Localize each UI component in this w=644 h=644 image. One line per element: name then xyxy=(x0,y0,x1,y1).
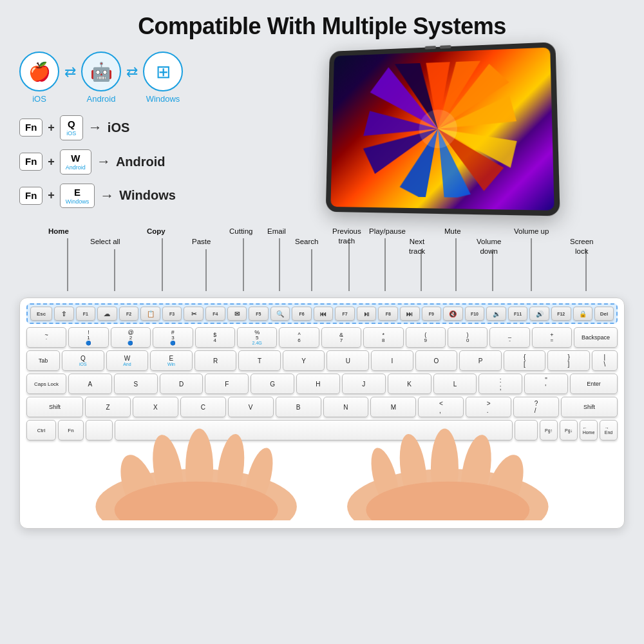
left-panel: 🍎 iOS ⇄ 🤖 Android ⇄ ⊞ Windows Fn + QiOS xyxy=(19,52,251,217)
esc-key[interactable]: Esc xyxy=(30,307,52,321)
select-fn-key[interactable]: ☁ xyxy=(97,307,117,321)
q-key-kb[interactable]: QiOS xyxy=(62,350,104,371)
9-key[interactable]: (9 xyxy=(406,327,446,348)
rbracket-key[interactable]: }] xyxy=(547,350,590,371)
next-fn-key[interactable]: ⏭ xyxy=(400,307,420,321)
backspace-key[interactable]: Backspace xyxy=(574,327,618,348)
windows-result: Windows xyxy=(119,188,176,203)
b-key-kb[interactable]: B xyxy=(276,397,321,417)
android-icon-item: 🤖 Android xyxy=(81,52,121,104)
equals-key[interactable]: += xyxy=(532,327,572,348)
5-key[interactable]: %52.4G xyxy=(237,327,277,348)
f5-key[interactable]: F5 xyxy=(249,307,269,321)
lbracket-key[interactable]: {[ xyxy=(504,350,546,371)
labels-area: Home Select all Copy Paste Cutting Email… xyxy=(19,227,625,298)
prev-fn-key[interactable]: ⏮ xyxy=(314,307,334,321)
comma-key[interactable]: <, xyxy=(418,397,464,417)
k-key-kb[interactable]: K xyxy=(388,374,431,394)
p-key-kb[interactable]: P xyxy=(459,350,502,371)
tab-key[interactable]: Tab xyxy=(26,350,60,371)
f8-key[interactable]: F8 xyxy=(378,307,398,321)
semicolon-key[interactable]: :; xyxy=(478,374,522,394)
home-fn-key[interactable]: ⇧ xyxy=(54,307,74,321)
6-key[interactable]: ^6 xyxy=(279,327,319,348)
arrow-ios-result: → xyxy=(88,119,102,136)
3-key[interactable]: #3🔵 xyxy=(153,327,193,348)
f4-key[interactable]: F4 xyxy=(205,307,225,321)
tablet-screen xyxy=(330,48,554,211)
4-key[interactable]: $4 xyxy=(195,327,235,348)
search-fn-key[interactable]: 🔍 xyxy=(270,307,290,321)
os-icons-row: 🍎 iOS ⇄ 🤖 Android ⇄ ⊞ Windows xyxy=(19,52,183,104)
arrow-windows-result: → xyxy=(100,187,114,204)
a-key-kb[interactable]: A xyxy=(68,374,112,394)
slash-key[interactable]: ?/ xyxy=(513,397,559,417)
h-key-kb[interactable]: H xyxy=(296,374,340,394)
tablet-mockup xyxy=(326,42,560,216)
v-key-kb[interactable]: V xyxy=(228,397,274,417)
f6-key[interactable]: F6 xyxy=(292,307,312,321)
d-key-kb[interactable]: D xyxy=(160,374,204,394)
label-paste: Paste xyxy=(192,237,211,247)
copy-fn-key[interactable]: 📋 xyxy=(140,307,160,321)
y-key-kb[interactable]: Y xyxy=(283,350,325,371)
c-key-kb[interactable]: C xyxy=(180,397,226,417)
shift-left-key[interactable]: Shift xyxy=(26,397,83,417)
enter-key[interactable]: Enter xyxy=(570,374,618,394)
f9-key[interactable]: F9 xyxy=(422,307,442,321)
plus-windows: + xyxy=(48,189,55,202)
u-key-kb[interactable]: U xyxy=(327,350,369,371)
e-key-kb[interactable]: EWin xyxy=(150,350,193,371)
f3-key[interactable]: F3 xyxy=(162,307,182,321)
g-key-kb[interactable]: G xyxy=(251,374,294,394)
top-section: 🍎 iOS ⇄ 🤖 Android ⇄ ⊞ Windows Fn + QiOS xyxy=(19,52,625,217)
lock-fn-key[interactable]: 🔒 xyxy=(573,307,593,321)
8-key[interactable]: *8 xyxy=(363,327,403,348)
o-key-kb[interactable]: O xyxy=(415,350,458,371)
play-fn-key[interactable]: ⏯ xyxy=(357,307,377,321)
f1-key[interactable]: F1 xyxy=(76,307,96,321)
x-key-kb[interactable]: X xyxy=(133,397,178,417)
i-key-kb[interactable]: I xyxy=(371,350,413,371)
tablet-area xyxy=(251,45,625,213)
backtick-key[interactable]: ~` xyxy=(26,327,66,348)
vold-fn-key[interactable]: 🔉 xyxy=(486,307,506,321)
f11-key[interactable]: F11 xyxy=(508,307,528,321)
shift-right-key[interactable]: Shift xyxy=(561,397,618,417)
email-fn-key[interactable]: ✉ xyxy=(227,307,247,321)
del-key[interactable]: Del xyxy=(594,307,614,321)
t-key-kb[interactable]: T xyxy=(238,350,281,371)
f2-key[interactable]: F2 xyxy=(119,307,139,321)
volu-fn-key[interactable]: 🔊 xyxy=(529,307,549,321)
page-wrapper: Compatible With Multiple Systems 🍎 iOS ⇄… xyxy=(0,0,644,644)
period-key[interactable]: >. xyxy=(466,397,511,417)
backslash-key[interactable]: |\ xyxy=(592,350,618,371)
quote-key[interactable]: "' xyxy=(524,374,568,394)
keyboard-section: Home Select all Copy Paste Cutting Email… xyxy=(19,227,625,529)
w-key-kb[interactable]: WAnd xyxy=(106,350,149,371)
7-key[interactable]: &7 xyxy=(321,327,361,348)
mute-fn-key[interactable]: 🔇 xyxy=(443,307,463,321)
1-key[interactable]: !1🔵 xyxy=(68,327,108,348)
capslock-key[interactable]: Caps Lock xyxy=(26,374,66,394)
s-key-kb[interactable]: S xyxy=(114,374,158,394)
l-key-kb[interactable]: L xyxy=(433,374,477,394)
n-key-kb[interactable]: N xyxy=(323,397,369,417)
2-key[interactable]: @2🔵 xyxy=(111,327,151,348)
f-key-kb[interactable]: F xyxy=(205,374,249,394)
label-play-pause: Play/pause xyxy=(369,227,406,236)
j-key-kb[interactable]: J xyxy=(342,374,386,394)
f10-key[interactable]: F10 xyxy=(465,307,485,321)
m-key-kb[interactable]: M xyxy=(370,397,416,417)
r-key-kb[interactable]: R xyxy=(194,350,237,371)
f12-key[interactable]: F12 xyxy=(551,307,571,321)
f7-key[interactable]: F7 xyxy=(335,307,355,321)
windows-circle: ⊞ xyxy=(143,52,183,91)
minus-key[interactable]: _- xyxy=(489,327,529,348)
cut-fn-key[interactable]: ✂ xyxy=(184,307,204,321)
windows-icon-item: ⊞ Windows xyxy=(143,52,183,104)
fn-row: Esc ⇧ F1 ☁ F2 📋 F3 ✂ F4 ✉ F5 🔍 F6 ⏮ F7 ⏯… xyxy=(26,303,618,324)
z-key-kb[interactable]: Z xyxy=(85,397,131,417)
e-key: EWindows xyxy=(60,184,95,209)
0-key[interactable]: )0 xyxy=(448,327,488,348)
